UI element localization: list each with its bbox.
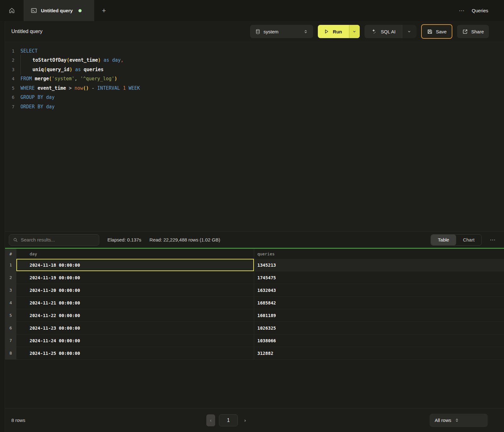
left-edge-strip (0, 21, 5, 432)
cell-day[interactable]: 2024-11-24 00:00:00 (16, 334, 254, 347)
sql-ai-options-button[interactable] (402, 25, 416, 38)
elapsed-time: Elapsed: 0.137s (107, 237, 141, 242)
sql-ai-button[interactable]: SQL AI (364, 25, 402, 38)
cell-day[interactable]: 2024-11-21 00:00:00 (16, 297, 254, 309)
row-index-cell[interactable]: 4 (5, 297, 16, 309)
share-button-label: Share (471, 29, 484, 34)
table-row: 22024-11-19 00:00:001745475 (5, 271, 504, 284)
cell-day[interactable]: 2024-11-25 00:00:00 (16, 347, 254, 360)
home-button[interactable] (0, 0, 24, 21)
pagination: ‹ 1 › (206, 414, 249, 426)
cell-day[interactable]: 2024-11-20 00:00:00 (16, 284, 254, 297)
cell-day[interactable]: 2024-11-22 00:00:00 (16, 309, 254, 322)
table-row: 12024-11-18 00:00:001345213 (5, 259, 504, 271)
cell-queries[interactable]: 1685842 (254, 297, 504, 309)
cell-day[interactable]: 2024-11-23 00:00:00 (16, 322, 254, 334)
topbar-right: ⋯ Queries (459, 0, 504, 21)
code-text: uniq(query_id) as queries (20, 67, 104, 72)
code-text: WHERE event_time > now() - INTERVAL 1 WE… (20, 85, 140, 91)
cell-queries[interactable]: 1601189 (254, 309, 504, 322)
line-number: 5 (5, 86, 14, 91)
cell-queries[interactable]: 1745475 (254, 271, 504, 284)
tab-chart-view[interactable]: Chart (456, 235, 481, 245)
sql-ai-button-group: SQL AI (364, 25, 416, 38)
tab-table-view[interactable]: Table (431, 235, 456, 245)
row-index-cell[interactable]: 6 (5, 322, 16, 334)
cell-queries[interactable]: 1038066 (254, 334, 504, 347)
tab-untitled-query[interactable]: Untitled query (24, 0, 94, 21)
page-title: Untitled query (11, 29, 43, 34)
sparkles-icon (371, 28, 377, 35)
table-row: 62024-11-23 00:00:001026325 (5, 322, 504, 334)
prev-page-button[interactable]: ‹ (206, 414, 215, 426)
row-index-cell[interactable]: 5 (5, 309, 16, 322)
row-index-cell[interactable]: 1 (5, 259, 16, 271)
search-icon (13, 237, 18, 242)
save-button[interactable]: Save (421, 24, 452, 39)
table-row: 52024-11-22 00:00:001601189 (5, 309, 504, 322)
page-size-selector[interactable]: All rows (430, 414, 488, 427)
unsaved-changes-dot (78, 9, 82, 12)
run-button-label: Run (333, 29, 342, 34)
search-results-box[interactable] (9, 234, 99, 246)
line-number: 3 (5, 67, 14, 72)
sql-editor[interactable]: 1SELECT2toStartOfDay(event_time) as day,… (0, 42, 504, 231)
terminal-icon (31, 7, 37, 14)
database-icon (255, 29, 261, 34)
code-text: FROM merge('system', '^query_log') (20, 76, 117, 82)
code-lines: 1SELECT2toStartOfDay(event_time) as day,… (5, 46, 504, 111)
code-line[interactable]: 1SELECT (5, 46, 504, 56)
search-results-input[interactable] (21, 237, 95, 242)
results-table-body: 12024-11-18 00:00:00134521322024-11-19 0… (5, 259, 504, 360)
database-selector[interactable]: system (250, 25, 313, 38)
code-text: ORDER BY day (20, 104, 54, 110)
cell-day[interactable]: 2024-11-19 00:00:00 (16, 271, 254, 284)
next-page-button[interactable]: › (242, 414, 249, 426)
row-count: 8 rows (11, 418, 25, 423)
code-line[interactable]: 4FROM merge('system', '^query_log') (5, 74, 504, 84)
row-index-cell[interactable]: 8 (5, 347, 16, 360)
queries-link[interactable]: Queries (472, 8, 488, 13)
code-line[interactable]: 7ORDER BY day (5, 102, 504, 111)
run-options-button[interactable] (349, 25, 360, 38)
code-line[interactable]: 2toStartOfDay(event_time) as day, (5, 56, 504, 65)
results-more-icon[interactable]: ⋯ (490, 237, 496, 243)
cell-queries[interactable]: 1345213 (254, 259, 504, 271)
results-table: # day queries 12024-11-18 00:00:00134521… (5, 249, 504, 408)
row-index-cell[interactable]: 7 (5, 334, 16, 347)
line-number: 6 (5, 95, 14, 100)
table-row: 42024-11-21 00:00:001685842 (5, 297, 504, 309)
cell-queries[interactable]: 1026325 (254, 322, 504, 334)
cell-queries[interactable]: 1632043 (254, 284, 504, 297)
column-header-queries[interactable]: queries (254, 249, 504, 259)
code-line[interactable]: 3uniq(query_id) as queries (5, 65, 504, 74)
cell-day[interactable]: 2024-11-18 00:00:00 (16, 259, 254, 271)
query-header: Untitled query system (0, 21, 504, 42)
column-header-index[interactable]: # (5, 249, 16, 259)
rows-read-stats: Read: 22,229,488 rows (1.02 GB) (150, 237, 220, 242)
share-button[interactable]: Share (457, 25, 489, 38)
column-header-day[interactable]: day (16, 249, 254, 259)
chevron-down-icon (407, 29, 411, 34)
topbar-spacer (114, 0, 459, 21)
sql-ai-label: SQL AI (381, 29, 396, 34)
line-number: 2 (5, 58, 14, 63)
results-toolbar: Elapsed: 0.137s Read: 22,229,488 rows (1… (0, 231, 504, 248)
line-number: 4 (5, 76, 14, 81)
topbar-more-icon[interactable]: ⋯ (459, 8, 465, 14)
code-text: toStartOfDay(event_time) as day, (20, 57, 123, 63)
results-footer: 8 rows ‹ 1 › All rows (0, 408, 504, 432)
row-index-cell[interactable]: 2 (5, 271, 16, 284)
home-icon (9, 7, 15, 14)
code-text: GROUP BY day (20, 94, 54, 100)
code-line[interactable]: 5WHERE event_time > now() - INTERVAL 1 W… (5, 83, 504, 93)
new-tab-button[interactable]: + (94, 0, 114, 21)
line-number: 1 (5, 48, 14, 54)
run-button[interactable]: Run (318, 25, 349, 38)
cell-queries[interactable]: 312882 (254, 347, 504, 360)
current-page-button[interactable]: 1 (219, 414, 238, 426)
row-index-cell[interactable]: 3 (5, 284, 16, 297)
code-line[interactable]: 6GROUP BY day (5, 93, 504, 102)
table-row: 32024-11-20 00:00:001632043 (5, 284, 504, 297)
line-number: 7 (5, 104, 14, 109)
